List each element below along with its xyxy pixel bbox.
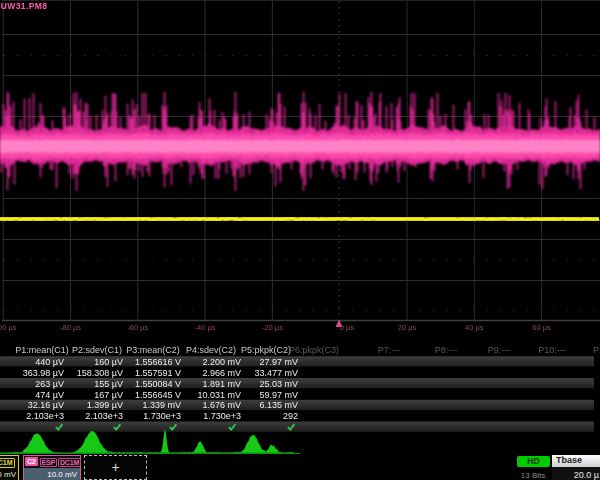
svg-text:P10:---: P10:--- — [538, 345, 566, 355]
svg-text:1.556616 V: 1.556616 V — [135, 357, 181, 367]
svg-text:2.200 mV: 2.200 mV — [202, 357, 241, 367]
svg-text:1.730e+3: 1.730e+3 — [203, 411, 241, 421]
svg-text:40 µs: 40 µs — [465, 323, 484, 332]
svg-text:27.97 mV: 27.97 mV — [259, 357, 298, 367]
svg-text:167 µV: 167 µV — [94, 390, 123, 400]
svg-text:474 µV: 474 µV — [35, 390, 64, 400]
svg-text:440 µV: 440 µV — [35, 357, 64, 367]
svg-text:1.339 mV: 1.339 mV — [142, 400, 181, 410]
svg-text:60 µs: 60 µs — [532, 323, 551, 332]
svg-text:P1: P1 — [593, 345, 600, 355]
svg-text:P2:sdev(C1): P2:sdev(C1) — [72, 345, 122, 355]
svg-text:P8:---: P8:--- — [435, 345, 458, 355]
svg-text:160 µV: 160 µV — [94, 357, 123, 367]
svg-text:1.399 µV: 1.399 µV — [87, 400, 123, 410]
svg-text:-60 µs: -60 µs — [127, 323, 148, 332]
svg-text:33.477 mV: 33.477 mV — [254, 368, 298, 378]
svg-text:1.550084 V: 1.550084 V — [135, 379, 181, 389]
svg-text:2.966 mV: 2.966 mV — [202, 368, 241, 378]
svg-text:1.556645 V: 1.556645 V — [135, 390, 181, 400]
svg-text:25.03 mV: 25.03 mV — [259, 379, 298, 389]
svg-text:-80 µs: -80 µs — [60, 323, 81, 332]
svg-text:155 µV: 155 µV — [94, 379, 123, 389]
svg-text:P1:mean(C1): P1:mean(C1) — [15, 345, 69, 355]
svg-text:2.103e+3: 2.103e+3 — [85, 411, 123, 421]
svg-text:P7:---: P7:--- — [378, 345, 401, 355]
svg-text:P4:sdev(C2): P4:sdev(C2) — [186, 345, 236, 355]
svg-text:363.98 µV: 363.98 µV — [23, 368, 64, 378]
svg-text:-100 µs: -100 µs — [0, 323, 17, 332]
svg-text:59.97 mV: 59.97 mV — [259, 390, 298, 400]
svg-text:P3:mean(C2): P3:mean(C2) — [126, 345, 180, 355]
svg-text:32.16 µV: 32.16 µV — [28, 400, 64, 410]
svg-text:-40 µs: -40 µs — [195, 323, 216, 332]
svg-text:158.308 µV: 158.308 µV — [77, 368, 123, 378]
svg-text:1.730e+3: 1.730e+3 — [143, 411, 181, 421]
svg-text:10.031 mV: 10.031 mV — [197, 390, 241, 400]
svg-text:P6:pkpk(C3): P6:pkpk(C3) — [289, 345, 339, 355]
svg-text:UW31.PM8: UW31.PM8 — [1, 1, 48, 11]
svg-text:6.135 mV: 6.135 mV — [259, 400, 298, 410]
svg-text:263 µV: 263 µV — [35, 379, 64, 389]
svg-text:292: 292 — [283, 411, 298, 421]
svg-text:1.891 mV: 1.891 mV — [202, 379, 241, 389]
svg-text:P9:---: P9:--- — [488, 345, 511, 355]
svg-text:20 µs: 20 µs — [398, 323, 417, 332]
svg-text:P5:pkpk(C2): P5:pkpk(C2) — [241, 345, 291, 355]
svg-text:1.557591 V: 1.557591 V — [135, 368, 181, 378]
svg-text:-20 µs: -20 µs — [262, 323, 283, 332]
svg-text:0 µs: 0 µs — [340, 323, 355, 332]
svg-text:1.676 mV: 1.676 mV — [202, 400, 241, 410]
svg-text:2.103e+3: 2.103e+3 — [26, 411, 64, 421]
